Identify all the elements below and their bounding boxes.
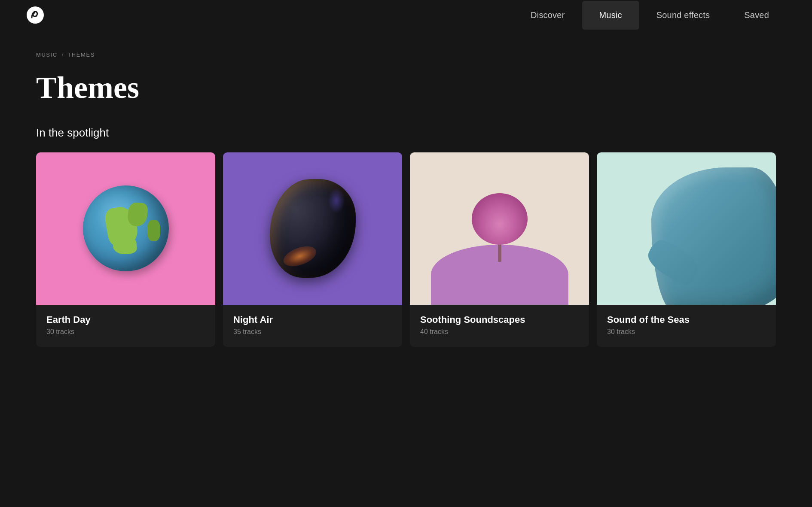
page-title: Themes	[36, 71, 776, 105]
card-image-earth-day	[36, 152, 215, 304]
nav-item-discover[interactable]: Discover	[513, 1, 582, 30]
card-subtitle-soothing-soundscapes: 40 tracks	[420, 328, 579, 336]
card-image-night-air	[223, 152, 402, 304]
main-nav: Discover Music Sound effects Saved	[513, 1, 786, 30]
card-info-sound-of-the-seas: Sound of the Seas 30 tracks	[597, 305, 776, 347]
section-title: In the spotlight	[36, 126, 776, 140]
nav-item-music[interactable]: Music	[582, 1, 639, 30]
card-info-earth-day: Earth Day 30 tracks	[36, 305, 215, 347]
card-earth-day[interactable]: Earth Day 30 tracks	[36, 152, 215, 346]
svg-point-0	[27, 6, 44, 24]
card-title-night-air: Night Air	[233, 314, 392, 325]
card-sound-of-the-seas[interactable]: Sound of the Seas 30 tracks	[597, 152, 776, 346]
card-night-air[interactable]: Night Air 35 tracks	[223, 152, 402, 346]
earth-globe	[83, 185, 169, 271]
breadcrumb-root[interactable]: MUSIC	[36, 52, 58, 58]
liquid-blob	[270, 179, 356, 278]
cards-grid: Earth Day 30 tracks Night Air 35 tracks	[36, 152, 776, 346]
pink-tree	[472, 189, 528, 262]
card-image-sound-of-the-seas	[597, 152, 776, 304]
card-subtitle-night-air: 35 tracks	[233, 328, 392, 336]
card-title-earth-day: Earth Day	[46, 314, 205, 325]
main-content: MUSIC / THEMES Themes In the spotlight E…	[0, 30, 812, 373]
card-title-sound-of-the-seas: Sound of the Seas	[607, 314, 766, 325]
breadcrumb-current: THEMES	[67, 52, 95, 58]
nav-item-saved[interactable]: Saved	[727, 1, 786, 30]
whale-body	[651, 167, 776, 305]
breadcrumb-separator: /	[62, 52, 64, 58]
card-subtitle-earth-day: 30 tracks	[46, 328, 205, 336]
breadcrumb: MUSIC / THEMES	[36, 52, 776, 58]
card-info-night-air: Night Air 35 tracks	[223, 305, 402, 347]
header: Discover Music Sound effects Saved	[0, 0, 812, 30]
whale-tail	[597, 152, 776, 304]
card-subtitle-sound-of-the-seas: 30 tracks	[607, 328, 766, 336]
card-info-soothing-soundscapes: Soothing Soundscapes 40 tracks	[410, 305, 589, 347]
card-title-soothing-soundscapes: Soothing Soundscapes	[420, 314, 579, 325]
tree-crown	[472, 193, 528, 245]
card-soothing-soundscapes[interactable]: Soothing Soundscapes 40 tracks	[410, 152, 589, 346]
nav-item-sound-effects[interactable]: Sound effects	[639, 1, 727, 30]
card-image-soothing-soundscapes	[410, 152, 589, 304]
hill-scene	[410, 152, 589, 304]
logo[interactable]	[26, 6, 45, 24]
